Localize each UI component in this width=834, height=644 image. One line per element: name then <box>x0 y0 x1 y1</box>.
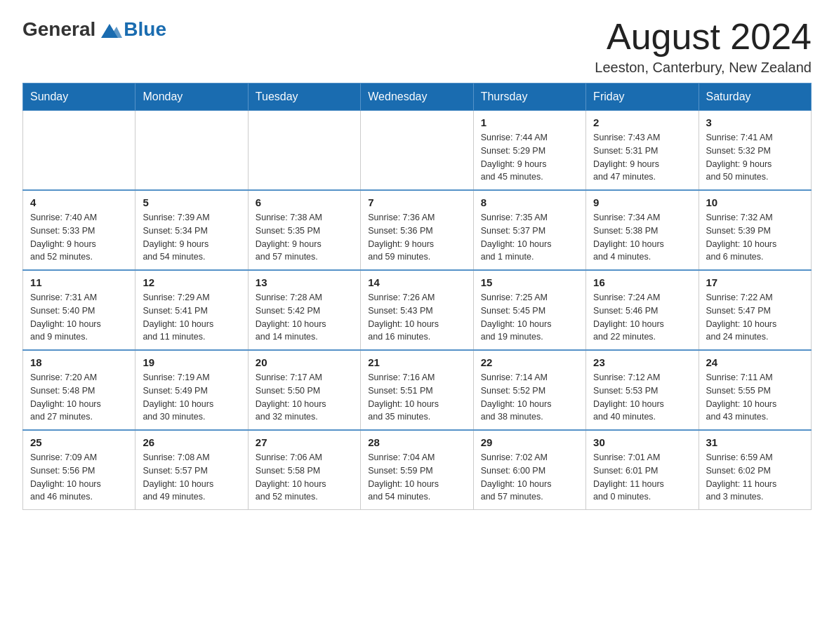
weekday-header-sunday: Sunday <box>23 83 135 111</box>
day-info: Sunrise: 7:06 AMSunset: 5:58 PMDaylight:… <box>256 451 353 504</box>
day-info: Sunrise: 7:34 AMSunset: 5:38 PMDaylight:… <box>593 211 691 264</box>
calendar-cell <box>23 111 135 191</box>
day-number: 4 <box>30 196 128 208</box>
calendar-week-row: 18Sunrise: 7:20 AMSunset: 5:48 PMDayligh… <box>23 350 812 430</box>
calendar-cell <box>135 111 248 191</box>
day-number: 8 <box>481 196 578 208</box>
calendar-cell: 3Sunrise: 7:41 AMSunset: 5:32 PMDaylight… <box>699 111 811 191</box>
calendar-week-row: 4Sunrise: 7:40 AMSunset: 5:33 PMDaylight… <box>23 190 812 270</box>
day-number: 24 <box>706 356 804 368</box>
calendar-cell: 16Sunrise: 7:24 AMSunset: 5:46 PMDayligh… <box>586 270 699 350</box>
page-subtitle: Leeston, Canterbury, New Zealand <box>595 60 812 76</box>
day-info: Sunrise: 7:22 AMSunset: 5:47 PMDaylight:… <box>706 291 804 344</box>
day-number: 29 <box>481 436 578 448</box>
calendar-cell: 9Sunrise: 7:34 AMSunset: 5:38 PMDaylight… <box>586 190 699 270</box>
calendar-week-row: 11Sunrise: 7:31 AMSunset: 5:40 PMDayligh… <box>23 270 812 350</box>
weekday-header-saturday: Saturday <box>699 83 811 111</box>
day-number: 2 <box>593 116 691 128</box>
calendar-cell: 12Sunrise: 7:29 AMSunset: 5:41 PMDayligh… <box>135 270 248 350</box>
day-number: 7 <box>368 196 465 208</box>
calendar-cell <box>248 111 360 191</box>
day-info: Sunrise: 7:29 AMSunset: 5:41 PMDaylight:… <box>143 291 240 344</box>
day-number: 20 <box>256 356 353 368</box>
weekday-header-row: SundayMondayTuesdayWednesdayThursdayFrid… <box>23 83 812 111</box>
calendar-cell: 2Sunrise: 7:43 AMSunset: 5:31 PMDaylight… <box>586 111 699 191</box>
day-info: Sunrise: 7:08 AMSunset: 5:57 PMDaylight:… <box>143 451 240 504</box>
day-number: 27 <box>256 436 353 448</box>
day-number: 12 <box>143 276 240 288</box>
calendar-cell <box>361 111 473 191</box>
day-info: Sunrise: 7:11 AMSunset: 5:55 PMDaylight:… <box>706 371 804 424</box>
day-info: Sunrise: 7:38 AMSunset: 5:35 PMDaylight:… <box>256 211 353 264</box>
day-number: 1 <box>481 116 578 128</box>
calendar-cell: 7Sunrise: 7:36 AMSunset: 5:36 PMDaylight… <box>361 190 473 270</box>
day-info: Sunrise: 7:26 AMSunset: 5:43 PMDaylight:… <box>368 291 465 344</box>
day-info: Sunrise: 7:28 AMSunset: 5:42 PMDaylight:… <box>256 291 353 344</box>
calendar-cell: 4Sunrise: 7:40 AMSunset: 5:33 PMDaylight… <box>23 190 135 270</box>
day-number: 26 <box>143 436 240 448</box>
calendar-cell: 6Sunrise: 7:38 AMSunset: 5:35 PMDaylight… <box>248 190 360 270</box>
calendar-cell: 1Sunrise: 7:44 AMSunset: 5:29 PMDaylight… <box>473 111 585 191</box>
calendar-cell: 10Sunrise: 7:32 AMSunset: 5:39 PMDayligh… <box>699 190 811 270</box>
day-info: Sunrise: 7:41 AMSunset: 5:32 PMDaylight:… <box>706 131 804 184</box>
day-number: 25 <box>30 436 128 448</box>
day-info: Sunrise: 7:09 AMSunset: 5:56 PMDaylight:… <box>30 451 128 504</box>
page-header: General Blue August 2024 Leeston, Canter… <box>22 17 812 76</box>
day-number: 15 <box>481 276 578 288</box>
day-number: 6 <box>256 196 353 208</box>
weekday-header-monday: Monday <box>135 83 248 111</box>
day-info: Sunrise: 7:35 AMSunset: 5:37 PMDaylight:… <box>481 211 578 264</box>
day-number: 14 <box>368 276 465 288</box>
day-info: Sunrise: 6:59 AMSunset: 6:02 PMDaylight:… <box>706 451 804 504</box>
calendar-cell: 5Sunrise: 7:39 AMSunset: 5:34 PMDaylight… <box>135 190 248 270</box>
calendar-cell: 8Sunrise: 7:35 AMSunset: 5:37 PMDaylight… <box>473 190 585 270</box>
day-number: 18 <box>30 356 128 368</box>
logo-icon <box>97 18 122 43</box>
calendar-cell: 11Sunrise: 7:31 AMSunset: 5:40 PMDayligh… <box>23 270 135 350</box>
calendar-week-row: 25Sunrise: 7:09 AMSunset: 5:56 PMDayligh… <box>23 430 812 510</box>
calendar-cell: 22Sunrise: 7:14 AMSunset: 5:52 PMDayligh… <box>473 350 585 430</box>
logo: General Blue <box>22 17 166 42</box>
day-info: Sunrise: 7:32 AMSunset: 5:39 PMDaylight:… <box>706 211 804 264</box>
calendar-cell: 19Sunrise: 7:19 AMSunset: 5:49 PMDayligh… <box>135 350 248 430</box>
day-number: 23 <box>593 356 691 368</box>
day-number: 21 <box>368 356 465 368</box>
day-number: 16 <box>593 276 691 288</box>
weekday-header-tuesday: Tuesday <box>248 83 360 111</box>
calendar-cell: 31Sunrise: 6:59 AMSunset: 6:02 PMDayligh… <box>699 430 811 510</box>
day-info: Sunrise: 7:36 AMSunset: 5:36 PMDaylight:… <box>368 211 465 264</box>
day-info: Sunrise: 7:17 AMSunset: 5:50 PMDaylight:… <box>256 371 353 424</box>
day-info: Sunrise: 7:31 AMSunset: 5:40 PMDaylight:… <box>30 291 128 344</box>
weekday-header-friday: Friday <box>586 83 699 111</box>
calendar-cell: 30Sunrise: 7:01 AMSunset: 6:01 PMDayligh… <box>586 430 699 510</box>
page-title: August 2024 <box>595 17 812 57</box>
calendar-cell: 18Sunrise: 7:20 AMSunset: 5:48 PMDayligh… <box>23 350 135 430</box>
day-number: 30 <box>593 436 691 448</box>
day-number: 31 <box>706 436 804 448</box>
day-info: Sunrise: 7:02 AMSunset: 6:00 PMDaylight:… <box>481 451 578 504</box>
calendar-cell: 28Sunrise: 7:04 AMSunset: 5:59 PMDayligh… <box>361 430 473 510</box>
day-number: 9 <box>593 196 691 208</box>
day-info: Sunrise: 7:24 AMSunset: 5:46 PMDaylight:… <box>593 291 691 344</box>
calendar-cell: 13Sunrise: 7:28 AMSunset: 5:42 PMDayligh… <box>248 270 360 350</box>
calendar-cell: 23Sunrise: 7:12 AMSunset: 5:53 PMDayligh… <box>586 350 699 430</box>
day-info: Sunrise: 7:19 AMSunset: 5:49 PMDaylight:… <box>143 371 240 424</box>
calendar-cell: 21Sunrise: 7:16 AMSunset: 5:51 PMDayligh… <box>361 350 473 430</box>
calendar-week-row: 1Sunrise: 7:44 AMSunset: 5:29 PMDaylight… <box>23 111 812 191</box>
day-number: 17 <box>706 276 804 288</box>
day-number: 13 <box>256 276 353 288</box>
weekday-header-thursday: Thursday <box>473 83 585 111</box>
calendar-table: SundayMondayTuesdayWednesdayThursdayFrid… <box>22 83 812 510</box>
day-info: Sunrise: 7:39 AMSunset: 5:34 PMDaylight:… <box>143 211 240 264</box>
calendar-cell: 29Sunrise: 7:02 AMSunset: 6:00 PMDayligh… <box>473 430 585 510</box>
day-number: 3 <box>706 116 804 128</box>
day-number: 28 <box>368 436 465 448</box>
title-block: August 2024 Leeston, Canterbury, New Zea… <box>595 17 812 76</box>
calendar-cell: 27Sunrise: 7:06 AMSunset: 5:58 PMDayligh… <box>248 430 360 510</box>
day-info: Sunrise: 7:40 AMSunset: 5:33 PMDaylight:… <box>30 211 128 264</box>
logo-blue-text: Blue <box>124 18 166 41</box>
weekday-header-wednesday: Wednesday <box>361 83 473 111</box>
calendar-cell: 25Sunrise: 7:09 AMSunset: 5:56 PMDayligh… <box>23 430 135 510</box>
day-info: Sunrise: 7:20 AMSunset: 5:48 PMDaylight:… <box>30 371 128 424</box>
day-info: Sunrise: 7:12 AMSunset: 5:53 PMDaylight:… <box>593 371 691 424</box>
